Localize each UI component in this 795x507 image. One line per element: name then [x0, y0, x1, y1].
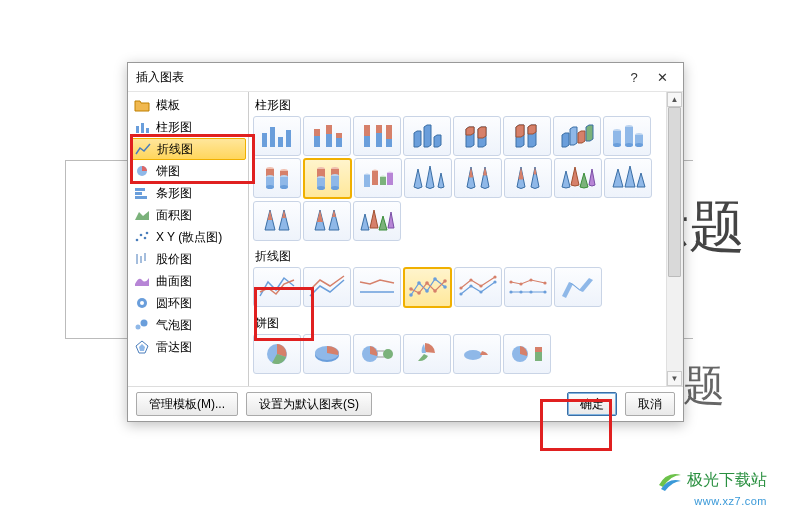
- svg-rect-40: [625, 127, 633, 145]
- category-label: 柱形图: [156, 119, 192, 136]
- svg-point-59: [317, 186, 325, 190]
- scroll-up-button[interactable]: ▲: [667, 92, 682, 107]
- svg-point-90: [493, 275, 496, 278]
- doughnut-chart-icon: [134, 296, 150, 310]
- surface-chart-icon: [134, 274, 150, 288]
- column-chart-icon: [134, 120, 150, 134]
- scroll-thumb[interactable]: [668, 107, 681, 277]
- bar-chart-icon: [134, 186, 150, 200]
- category-scatter[interactable]: X Y (散点图): [128, 226, 248, 248]
- close-button[interactable]: ✕: [649, 67, 675, 87]
- thumb-col-stacked[interactable]: [303, 116, 351, 156]
- svg-rect-21: [270, 127, 275, 147]
- thumb-line-markers[interactable]: [403, 267, 452, 308]
- category-stock[interactable]: 股价图: [128, 248, 248, 270]
- category-radar[interactable]: 雷达图: [128, 336, 248, 358]
- scroll-down-button[interactable]: ▼: [667, 371, 682, 386]
- set-default-button[interactable]: 设置为默认图表(S): [246, 392, 372, 416]
- thumb-bar-of-pie[interactable]: [503, 334, 551, 374]
- svg-point-7: [136, 239, 139, 242]
- svg-rect-37: [613, 131, 621, 145]
- thumb-line[interactable]: [253, 267, 301, 307]
- thumb-pie-exploded[interactable]: [403, 334, 451, 374]
- category-column[interactable]: 柱形图: [128, 116, 248, 138]
- thumb-cyl-clustered[interactable]: [603, 116, 651, 156]
- manage-templates-button[interactable]: 管理模板(M)...: [136, 392, 238, 416]
- thumb-col-3d-clustered[interactable]: [403, 116, 451, 156]
- thumb-cone-3d[interactable]: [554, 158, 602, 198]
- gallery-scrollbar[interactable]: ▲ ▼: [666, 92, 682, 386]
- thumb-col-3d-stacked[interactable]: [453, 116, 501, 156]
- category-label: 股价图: [156, 251, 192, 268]
- category-line[interactable]: 折线图: [130, 138, 246, 160]
- category-area[interactable]: 面积图: [128, 204, 248, 226]
- svg-point-78: [409, 287, 413, 291]
- thumb-pie-of-pie[interactable]: [353, 334, 401, 374]
- svg-rect-4: [135, 188, 145, 191]
- thumb-cyl-stacked[interactable]: [253, 158, 301, 198]
- thumb-pie-3d[interactable]: [303, 334, 351, 374]
- category-bubble[interactable]: 气泡图: [128, 314, 248, 336]
- svg-rect-25: [314, 129, 320, 136]
- thumb-col-clustered[interactable]: [253, 116, 301, 156]
- thumb-cone-stacked[interactable]: [454, 158, 502, 198]
- thumb-col-3d[interactable]: [553, 116, 601, 156]
- thumb-cone-clustered[interactable]: [404, 158, 452, 198]
- category-pie[interactable]: 饼图: [128, 160, 248, 182]
- thumb-cyl-3d[interactable]: [354, 158, 402, 198]
- help-button[interactable]: ?: [621, 67, 647, 87]
- svg-point-10: [146, 232, 149, 235]
- dialog-footer: 管理模板(M)... 设置为默认图表(S) 确定 取消: [128, 386, 683, 421]
- ok-button[interactable]: 确定: [567, 392, 617, 416]
- thumb-col-100stacked[interactable]: [353, 116, 401, 156]
- chart-gallery: 柱形图: [249, 92, 683, 386]
- thumb-line-100stacked[interactable]: [353, 267, 401, 307]
- thumb-cone-100stacked[interactable]: [504, 158, 552, 198]
- svg-rect-5: [135, 192, 142, 195]
- thumb-cyl-100stacked[interactable]: [303, 158, 352, 199]
- background-subtitle-placeholder: 题: [683, 358, 725, 414]
- thumb-pie-3d-exploded[interactable]: [453, 334, 501, 374]
- svg-point-15: [140, 301, 144, 305]
- svg-point-89: [479, 284, 482, 287]
- thumb-col-3d-100stacked[interactable]: [503, 116, 551, 156]
- thumb-line-stacked-markers[interactable]: [454, 267, 502, 307]
- svg-point-85: [479, 290, 482, 293]
- category-label: 折线图: [157, 141, 193, 158]
- category-sidebar: 模板 柱形图 折线图 饼图 条形图 面积图: [128, 92, 249, 386]
- thumb-pyr-clustered[interactable]: [604, 158, 652, 198]
- line-thumbs: [251, 267, 666, 312]
- stock-chart-icon: [134, 252, 150, 266]
- category-doughnut[interactable]: 圆环图: [128, 292, 248, 314]
- thumb-pyr-100stacked[interactable]: [303, 201, 351, 241]
- thumb-pie[interactable]: [253, 334, 301, 374]
- thumb-line-3d[interactable]: [554, 267, 602, 307]
- scroll-track[interactable]: [667, 107, 682, 371]
- svg-point-98: [543, 281, 546, 284]
- column-thumbs: [251, 116, 666, 245]
- svg-point-77: [443, 285, 447, 289]
- svg-point-93: [529, 290, 532, 293]
- category-templates[interactable]: 模板: [128, 94, 248, 116]
- svg-point-8: [140, 234, 143, 237]
- category-label: 饼图: [156, 163, 180, 180]
- category-bar[interactable]: 条形图: [128, 182, 248, 204]
- svg-point-76: [433, 277, 437, 281]
- cancel-button[interactable]: 取消: [625, 392, 675, 416]
- category-surface[interactable]: 曲面图: [128, 270, 248, 292]
- svg-rect-2: [146, 128, 149, 133]
- svg-point-44: [635, 143, 643, 147]
- thumb-pyr-stacked[interactable]: [253, 201, 301, 241]
- svg-point-17: [141, 320, 148, 327]
- thumb-line-100stacked-markers[interactable]: [504, 267, 552, 307]
- scatter-chart-icon: [134, 230, 150, 244]
- pie-thumbs: [251, 334, 666, 378]
- thumb-line-stacked[interactable]: [303, 267, 351, 307]
- thumb-pyr-3d[interactable]: [353, 201, 401, 241]
- insert-chart-dialog: 插入图表 ? ✕ 模板 柱形图 折线图 饼图 条形图: [127, 62, 684, 422]
- dialog-titlebar: 插入图表 ? ✕: [128, 63, 683, 92]
- svg-rect-68: [372, 171, 378, 185]
- svg-point-75: [425, 289, 429, 293]
- section-line-label: 折线图: [251, 245, 666, 267]
- svg-point-92: [519, 290, 522, 293]
